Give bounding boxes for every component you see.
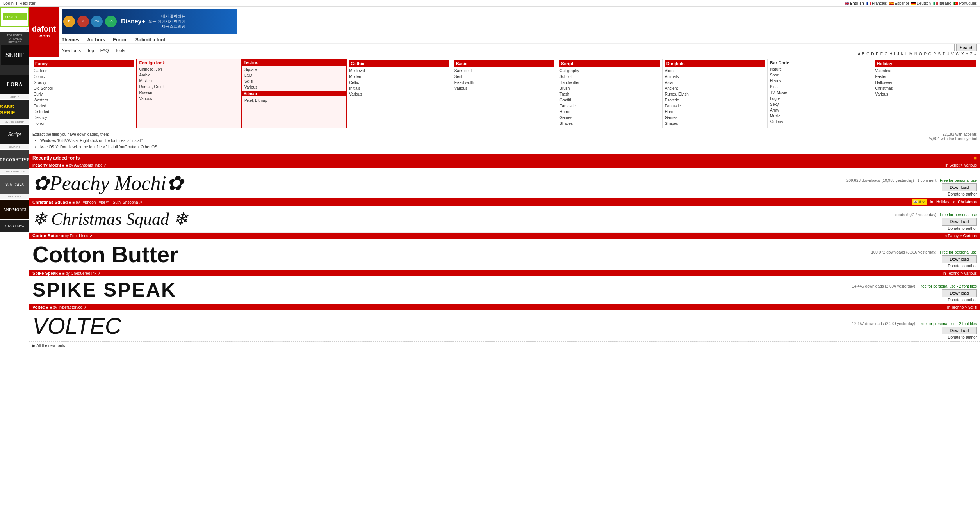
cat-holiday-valentine[interactable]: Valentine xyxy=(875,68,976,74)
cat-barcode-header[interactable]: Bar Code xyxy=(770,60,870,65)
cat-foreign-mexican[interactable]: Mexican xyxy=(139,78,239,84)
lang-french[interactable]: 🇫🇷 Français xyxy=(866,1,887,5)
font-author-christmas-link[interactable]: Typhoon Type™ - Suthi Srisopha xyxy=(81,200,138,204)
cat-script-trash[interactable]: Trash xyxy=(559,91,659,97)
login-link[interactable]: Login xyxy=(3,1,14,5)
font-name-cotton-link[interactable]: Cotton Butter xyxy=(32,233,60,238)
nav-top[interactable]: Top xyxy=(87,48,94,53)
cat-script-shapes[interactable]: Shapes xyxy=(559,121,659,126)
cat-basic-serif[interactable]: Serif xyxy=(454,74,554,80)
cat-barcode-heads[interactable]: Heads xyxy=(770,78,870,84)
lang-italian[interactable]: 🇮🇹 Italiano xyxy=(933,1,951,5)
download-button-cotton[interactable]: Download xyxy=(942,255,977,263)
cat-foreign-chinese[interactable]: Chinese, Jpn xyxy=(139,66,239,72)
font-name-peachy-link[interactable]: Peachy Mochi xyxy=(32,163,61,167)
cat-fancy-horror[interactable]: Horror xyxy=(34,121,134,126)
lang-spanish[interactable]: 🇪🇸 Español xyxy=(889,1,909,5)
nav-tools[interactable]: Tools xyxy=(115,48,125,53)
font-name-voltec-link[interactable]: Voltec xyxy=(32,305,45,309)
nav-newfonts[interactable]: New fonts xyxy=(62,48,81,53)
cat-techno-lcd[interactable]: LCD xyxy=(244,73,344,78)
donate-link-voltec[interactable]: Donate to author xyxy=(948,335,977,340)
all-fonts-link[interactable]: ▶ All the new fonts xyxy=(32,343,65,348)
cat-barcode-sexy[interactable]: Sexy xyxy=(770,101,870,107)
cat-script-school[interactable]: School xyxy=(559,74,659,80)
donate-link-christmas[interactable]: Donate to author xyxy=(948,226,977,231)
font-author-spike-link[interactable]: Chequered Ink xyxy=(71,271,97,276)
font-comments-link[interactable]: 1 comment xyxy=(917,178,936,183)
cat-fancy-distorted[interactable]: Distorted xyxy=(34,109,134,115)
banner-ad[interactable]: P M SW NG Disney+ 내가 좋아하는모든 이야기가 여기에지금 스… xyxy=(62,9,237,34)
cat-script-calligraphy[interactable]: Calligraphy xyxy=(559,68,659,74)
cat-basic-fixedwidth[interactable]: Fixed width xyxy=(454,80,554,85)
font-category-voltec[interactable]: in Techno > Sci-fi xyxy=(947,305,977,309)
donate-link-cotton[interactable]: Donate to author xyxy=(948,264,977,268)
font-category-spike[interactable]: in Techno > Various xyxy=(943,271,977,276)
cat-dingbats-animals[interactable]: Animals xyxy=(665,74,765,80)
cat-fancy-comic[interactable]: Comic xyxy=(34,74,134,80)
nav-faq[interactable]: FAQ xyxy=(100,48,109,53)
cat-barcode-sport[interactable]: Sport xyxy=(770,72,870,78)
cat-holiday-halloween[interactable]: Halloween xyxy=(875,80,976,85)
cat-fancy-header[interactable]: Fancy xyxy=(34,60,134,67)
cat-holiday-header[interactable]: Holiday xyxy=(875,60,976,67)
font-category-cotton[interactable]: in Fancy > Cartoon xyxy=(944,234,977,238)
search-button[interactable]: Search xyxy=(956,44,977,51)
cat-bitmap-pixel[interactable]: Pixel, Bitmap xyxy=(244,98,344,103)
cat-script-horror[interactable]: Horror xyxy=(559,109,659,115)
donate-link-spike[interactable]: Donate to author xyxy=(948,298,977,302)
cat-fancy-oldschool[interactable]: Old School xyxy=(34,85,134,91)
cat-basic-various[interactable]: Various xyxy=(454,85,554,91)
cat-dingbats-horror[interactable]: Horror xyxy=(665,109,765,115)
cat-dingbats-runes[interactable]: Runes, Elvish xyxy=(665,91,765,97)
cat-basic-header[interactable]: Basic xyxy=(454,60,554,67)
font-name-spike-link[interactable]: Spike Speak xyxy=(32,271,58,276)
register-link[interactable]: Register xyxy=(20,1,36,5)
cat-techno-header[interactable]: Techno xyxy=(242,59,346,66)
cat-dingbats-header[interactable]: Dingbats xyxy=(665,60,765,67)
cat-holiday-various[interactable]: Various xyxy=(875,91,976,97)
cat-foreign-roman[interactable]: Roman, Greek xyxy=(139,84,239,90)
cat-bitmap-subheader[interactable]: Bitmap xyxy=(242,91,346,96)
cat-barcode-various[interactable]: Various xyxy=(770,119,870,125)
donate-link-peachy[interactable]: Donate to author xyxy=(948,192,977,196)
cat-fancy-groovy[interactable]: Groovy xyxy=(34,80,134,85)
lang-german[interactable]: 🇩🇪 Deutsch xyxy=(911,1,931,5)
cat-script-brush[interactable]: Brush xyxy=(559,85,659,91)
sidebar-envato-ad[interactable]: envato xyxy=(0,7,29,27)
cat-foreign-arabic[interactable]: Arabic xyxy=(139,72,239,78)
font-author-voltec-link[interactable]: Typefactoryco xyxy=(58,305,82,309)
download-button-spike[interactable]: Download xyxy=(942,289,977,297)
download-button-voltec[interactable]: Download xyxy=(942,327,977,334)
cat-foreign-various[interactable]: Various xyxy=(139,96,239,101)
cat-holiday-christmas[interactable]: Christmas xyxy=(875,85,976,91)
cat-script-fantastic[interactable]: Fantastic xyxy=(559,103,659,109)
cat-script-header[interactable]: Script xyxy=(559,60,659,67)
cat-barcode-kids[interactable]: Kids xyxy=(770,84,870,90)
cat-foreign-header[interactable]: Foreign look xyxy=(139,60,239,65)
cat-techno-scifi[interactable]: Sci-fi xyxy=(244,78,344,84)
sidebar-item-more[interactable]: AND MORE! xyxy=(0,200,29,219)
cat-gothic-celtic[interactable]: Celtic xyxy=(349,80,449,85)
sidebar-topfonts[interactable]: TOP FONTS FOR EVERY PROJECT SERIF xyxy=(0,32,29,75)
cat-barcode-tvmovie[interactable]: TV, Movie xyxy=(770,90,870,96)
cat-gothic-header[interactable]: Gothic xyxy=(349,60,449,67)
cat-dingbats-shapes[interactable]: Shapes xyxy=(665,121,765,126)
cat-foreign-russian[interactable]: Russian xyxy=(139,90,239,96)
lang-english[interactable]: 🇬🇧 English xyxy=(845,1,864,5)
nav-forum[interactable]: Forum xyxy=(113,37,127,43)
cat-barcode-music[interactable]: Music xyxy=(770,113,870,119)
cat-fancy-curly[interactable]: Curly xyxy=(34,91,134,97)
cat-fancy-cartoon[interactable]: Cartoon xyxy=(34,68,134,74)
font-category-christmas[interactable]: 🇰🇷 헤모 in Holiday > Christmas xyxy=(912,199,977,205)
cat-fancy-destroy[interactable]: Destroy xyxy=(34,115,134,121)
cat-techno-square[interactable]: Square xyxy=(244,67,344,73)
cat-basic-sansserif[interactable]: Sans serif xyxy=(454,68,554,74)
sidebar-item-vintage[interactable]: VINTAGE VINTAGE xyxy=(0,175,29,199)
cat-dingbats-alien[interactable]: Alien xyxy=(665,68,765,74)
download-button-peachy[interactable]: Download xyxy=(942,183,977,191)
cat-script-graffiti[interactable]: Graffiti xyxy=(559,97,659,103)
search-input[interactable] xyxy=(877,44,955,51)
cat-barcode-logos[interactable]: Logos xyxy=(770,96,870,101)
sidebar-close-icon[interactable]: ✕ xyxy=(26,28,29,32)
